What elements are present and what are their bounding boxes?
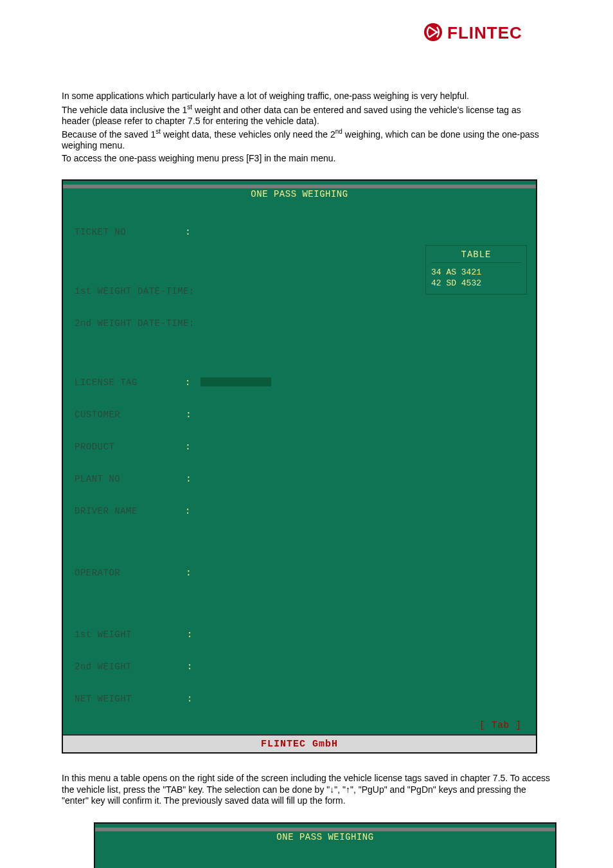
terminal-title: ONE PASS WEIGHING (276, 832, 373, 842)
terminal-footer: FLINTEC GmbH (63, 734, 536, 752)
input-cursor (200, 377, 271, 386)
table-row[interactable]: 42 SD 4532 (431, 278, 521, 289)
panel-header: TABLE (431, 249, 521, 263)
body-text: In this menu a table opens on the right … (62, 773, 551, 807)
terminal-screenshot-2: ONE PASS WEIGHING TICKET NO: 12 1st WEIG… (62, 822, 551, 868)
terminal-screenshot-1: ONE PASS WEIGHING TICKET NO: 1st WEIGHT … (62, 179, 551, 754)
vehicle-table-panel: TABLE 34 AS 3421 42 SD 4532 (425, 245, 527, 294)
brand-logo: FLINTEC (62, 21, 551, 46)
logo-text: FLINTEC (447, 23, 522, 42)
terminal-title: ONE PASS WEIGHING (251, 189, 348, 199)
table-row[interactable]: 34 AS 3421 (431, 267, 521, 278)
body-text: To access the one-pass weighing menu pre… (62, 153, 551, 165)
body-text: The vehicle data inclusive the 1st weigh… (62, 104, 551, 127)
tab-key-hint: [ Tab ] (479, 720, 522, 730)
body-text: Because of the saved 1st weight data, th… (62, 128, 551, 152)
body-text: In some applications which particularly … (62, 91, 551, 102)
